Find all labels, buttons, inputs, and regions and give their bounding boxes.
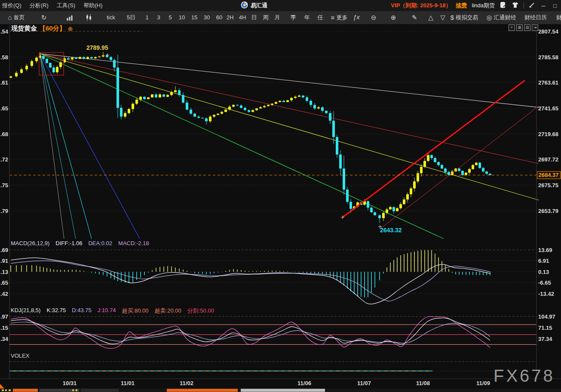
trendlines-top [343, 80, 539, 229]
toolbar-draw[interactable]: ✎ [412, 11, 417, 24]
svg-text:2763.61: 2763.61 [538, 79, 558, 86]
fx-indicator-label: ƒx [353, 11, 360, 24]
trend-red-thin [380, 106, 539, 229]
taskbar-segment[interactable] [13, 389, 38, 392]
toolbar-period-month[interactable]: 月 [275, 11, 280, 24]
macd-panel: 13.69.696.91.910.13.13-6.65.65-13.42.42 [0, 247, 554, 304]
toolbar-period-15[interactable]: 15 [191, 11, 197, 24]
toolbar-bar-chart[interactable] [67, 11, 73, 24]
svg-text:.75: .75 [0, 182, 8, 188]
instrument-period[interactable]: 【60分】 [39, 24, 66, 33]
date-label: 11/02 [180, 380, 193, 386]
clipped-toolbar-item[interactable]: 财经号 [556, 11, 561, 24]
volex-row: VOLEX [11, 352, 29, 359]
svg-text:.91: .91 [0, 258, 8, 264]
date-label: 11/06 [297, 380, 311, 386]
macd-diff-value: DIFF:-1.06 [55, 240, 82, 246]
menu-help[interactable]: 帮助(H) [83, 2, 102, 9]
kdj-params-label[interactable]: KDJ(21,8,5) [11, 307, 40, 315]
panel-borders [9, 24, 536, 379]
volex-panel [9, 362, 536, 371]
chart-canvas[interactable]: 2684.372807.54.542785.58.582763.61.61274… [0, 0, 561, 392]
toolbar-zoom-in[interactable]: ⊕ [391, 11, 396, 24]
macd-params-label[interactable]: MACD(26,12,9) [11, 240, 49, 246]
instrument-name[interactable]: 现货黄金 [11, 24, 37, 33]
date-label: 11/01 [121, 380, 135, 386]
app-logo-icon [241, 1, 248, 10]
macd-dea-value: DEA:0.02 [88, 240, 112, 246]
toolbar-calendar[interactable]: 财经日历 [524, 11, 547, 24]
maximize-button[interactable]: □ [552, 3, 558, 9]
fan-gray [40, 54, 64, 239]
svg-text:2807.54: 2807.54 [538, 28, 559, 35]
menu-items: 报价(Q) 分析(R) 工具(S) 帮助(H) [1, 0, 102, 11]
svg-text:2675.75: 2675.75 [538, 182, 558, 188]
add-pane-icon[interactable]: ⊞ [516, 24, 523, 31]
toolbar-period-2h[interactable]: 2H [227, 11, 234, 24]
zoom-in-icon: ⊕ [391, 11, 396, 24]
kdj-j-value: J:10.74 [98, 307, 116, 315]
tick-label: tick [107, 11, 115, 24]
svg-text:2697.72: 2697.72 [538, 156, 558, 163]
toolbar-period-3[interactable]: 3 [157, 11, 160, 24]
volex-label[interactable]: VOLEX [11, 352, 29, 359]
toolbar-period-quarter[interactable]: 季 [291, 11, 296, 24]
svg-text:.65: .65 [0, 280, 8, 286]
toolbar-period-year[interactable]: 年 [304, 11, 310, 24]
toolbar-triangle-up[interactable]: △ [428, 11, 433, 24]
toolbar-fx-indicator[interactable]: ƒx [353, 11, 360, 24]
toolbar-period-1[interactable]: 1 [145, 11, 148, 24]
toolbar-period-60[interactable]: 60 [216, 11, 222, 24]
renew-link[interactable]: 续费 [456, 2, 467, 9]
notes-icon[interactable] [500, 1, 507, 10]
toolbar-period-day[interactable]: 日 [251, 11, 257, 24]
toolbar-period-4h[interactable]: 4H [239, 11, 246, 24]
toolbar-period-5[interactable]: 5 [169, 11, 172, 24]
svg-text:0.13: 0.13 [538, 269, 549, 275]
toolbar-period-30[interactable]: 30 [204, 11, 210, 24]
period-custom-label: 任 [318, 11, 323, 24]
candle-chart-icon [86, 14, 92, 21]
toolbar-refresh[interactable]: ↻ [41, 11, 47, 24]
remove-pane-icon[interactable]: ⊟ [524, 24, 530, 31]
svg-text:.15: .15 [0, 325, 8, 331]
calendar-label: 财经日历 [524, 11, 547, 24]
add-indicator-icon[interactable]: ⊕ [68, 25, 73, 32]
collapse-right-icon[interactable]: ⇥ [532, 24, 538, 31]
toolbar-period-10[interactable]: 10 [179, 11, 185, 24]
menu-tools[interactable]: 工具(S) [57, 2, 75, 9]
home-label: 首页 [14, 11, 25, 24]
taskbar-segment[interactable] [81, 389, 119, 392]
taskbar-segment[interactable] [167, 389, 238, 392]
svg-text:2741.65: 2741.65 [538, 105, 558, 112]
account-name[interactable]: linda期货 [472, 2, 495, 9]
svg-text:.79: .79 [0, 208, 8, 214]
toolbar-tick[interactable]: tick [107, 11, 115, 24]
float-window-icon[interactable] [529, 2, 535, 9]
toolbar-more[interactable]: ≡更多 [331, 11, 348, 24]
toolbar-candle-chart[interactable] [86, 11, 92, 24]
toolbar-period-5d[interactable]: 5日 [127, 11, 135, 24]
pan-icon[interactable]: + [509, 24, 515, 31]
theme-shirt-icon[interactable] [512, 2, 519, 9]
menu-analysis[interactable]: 分析(R) [30, 2, 49, 9]
toolbar-sim-trading[interactable]: $模拟交易 [451, 11, 478, 24]
svg-text:.69: .69 [0, 247, 8, 253]
menu-quotes[interactable]: 报价(Q) [2, 2, 21, 9]
toolbar-huitong-finance[interactable]: ◎汇通财经 [486, 11, 516, 24]
huitong-finance-icon: ◎ [486, 11, 492, 24]
svg-text:.34: .34 [0, 336, 9, 342]
k-line [11, 318, 490, 345]
kdj-overbought-label: 超买:80.00 [122, 307, 148, 315]
period-month-label: 月 [275, 11, 280, 24]
toolbar-triangle-down[interactable]: ▽ [440, 11, 445, 24]
toolbar-period-custom[interactable]: 任 [318, 11, 323, 24]
toolbar-zoom-out[interactable]: ⊖ [371, 11, 377, 24]
toolbar-period-week[interactable]: 周 [263, 11, 269, 24]
high-price-annotation: 2789.95 [86, 44, 108, 51]
taskbar-segment[interactable] [241, 389, 325, 392]
more-icon: ≡ [331, 11, 335, 24]
toolbar-home[interactable]: ⌂首页 [8, 11, 25, 24]
kdj-panel: 104.97.9771.15.1537.34.34 [0, 313, 555, 349]
minimize-button[interactable]: ─ [540, 3, 547, 9]
